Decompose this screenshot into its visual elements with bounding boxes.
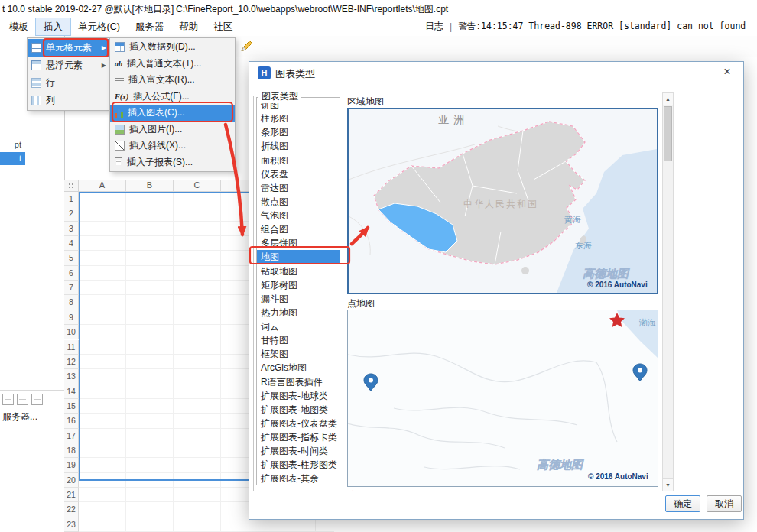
panel-toolbar — [0, 390, 64, 408]
row-header[interactable]: 22 — [64, 502, 79, 517]
menu-help[interactable]: 帮助 — [171, 18, 206, 35]
server-node[interactable]: 服务器... — [2, 410, 37, 423]
chart-type-item[interactable]: 扩展图表-地图类 — [257, 403, 340, 417]
panel-icon-3[interactable] — [31, 394, 43, 405]
preview-scrollbar[interactable]: ▲ ▼ — [662, 92, 674, 491]
menu-item-column[interactable]: 列 — [28, 92, 109, 109]
tree-item[interactable]: t — [0, 152, 25, 165]
menu-item-cell-elements[interactable]: 单元格元素▶ — [28, 39, 109, 57]
ok-button[interactable]: 确定 — [665, 495, 700, 512]
row-header[interactable]: 12 — [64, 355, 79, 369]
menu-cell[interactable]: 单元格(C) — [70, 18, 128, 35]
menu-item-insert-chart[interactable]: 插入图表(C)... — [110, 105, 235, 122]
region-map-preview[interactable]: 亚洲 中华人民共和国 黄海 东海 高德地图 © 2016 AutoNavi — [347, 108, 658, 294]
chart-type-item[interactable]: 扩展图表-时间类 — [257, 444, 340, 458]
chart-type-item[interactable]: 散点图 — [257, 195, 340, 209]
chart-type-item[interactable]: 雷达图 — [257, 181, 340, 195]
chart-type-item[interactable]: 仪表盘 — [257, 167, 340, 181]
chart-type-item[interactable]: 扩展图表-其余 — [257, 472, 340, 485]
chart-type-item[interactable]: 组合图 — [257, 222, 340, 236]
row-header[interactable]: 14 — [64, 384, 79, 399]
row-header[interactable]: 7 — [64, 281, 79, 295]
column-header-a[interactable]: A — [79, 180, 126, 192]
row-header[interactable]: 6 — [64, 266, 79, 281]
dialog-title-bar[interactable]: H 图表类型 × — [249, 62, 743, 83]
chart-type-item[interactable]: 矩形树图 — [257, 278, 340, 292]
sheet-corner[interactable] — [64, 180, 79, 192]
menu-item-insert-rich-text[interactable]: 插入富文本(R)... — [110, 72, 235, 89]
menu-item-label: 插入数据列(D)... — [129, 41, 196, 54]
panel-icon-2[interactable] — [17, 394, 28, 405]
chart-type-item[interactable]: 扩展图表-仪表盘类 — [257, 417, 340, 430]
menu-item-insert-slash[interactable]: 插入斜线(X)... — [110, 138, 235, 154]
cell-element-menu: 插入数据列(D)...ab插入普通文本(T)...插入富文本(R)...F(x)… — [109, 37, 236, 172]
row-header[interactable]: 2 — [64, 206, 79, 221]
chart-type-item[interactable]: R语言图表插件 — [257, 375, 340, 389]
row-header[interactable]: 15 — [64, 399, 79, 414]
row-header[interactable]: 17 — [64, 429, 79, 443]
scroll-up-icon[interactable]: ▲ — [663, 93, 673, 105]
row-header[interactable]: 19 — [64, 458, 79, 472]
row-header[interactable]: 1 — [64, 192, 79, 206]
chart-type-item[interactable]: 多层饼图 — [257, 236, 340, 250]
chart-type-item[interactable]: 扩展图表-指标卡类 — [257, 430, 340, 444]
menu-item-row[interactable]: 行 — [28, 74, 109, 92]
file-path: C:\FineReport_10.0\webapps\webroot\WEB-I… — [176, 3, 448, 16]
map-label-sea1: 黄海 — [564, 215, 581, 224]
menu-item-insert-subreport[interactable]: 插入子报表(S)... — [110, 154, 235, 171]
menu-insert[interactable]: 插入 — [36, 18, 70, 35]
point-map-preview[interactable]: 渤海 高德地图 © 2016 AutoNavi — [347, 310, 658, 487]
row-header[interactable]: 9 — [64, 310, 79, 325]
row-header[interactable]: 18 — [64, 443, 79, 458]
menu-server[interactable]: 服务器 — [128, 18, 172, 35]
chart-type-item[interactable]: 地图 — [257, 250, 340, 264]
chart-type-item[interactable]: 扩展图表-地球类 — [257, 389, 340, 403]
menu-template[interactable]: 模板 — [2, 18, 36, 35]
chart-type-item[interactable]: 热力地图 — [257, 306, 340, 320]
tree-item[interactable]: pt — [0, 138, 25, 151]
row-header[interactable]: 23 — [64, 517, 79, 532]
row-header[interactable]: 20 — [64, 473, 79, 488]
row-header[interactable]: 8 — [64, 295, 79, 310]
row-header[interactable]: 16 — [64, 414, 79, 428]
log-button[interactable]: 日志 — [425, 20, 443, 33]
row-header[interactable]: 3 — [64, 222, 79, 236]
chart-type-item[interactable]: 气泡图 — [257, 209, 340, 222]
dialog-title: 图表类型 — [275, 67, 315, 81]
row-header[interactable]: 5 — [64, 251, 79, 265]
close-icon[interactable]: × — [720, 65, 734, 79]
menu-item-label: 插入普通文本(T)... — [127, 57, 201, 70]
chart-type-item[interactable]: 柱形图 — [257, 112, 340, 125]
menu-item-insert-image[interactable]: 插入图片(I)... — [110, 122, 235, 138]
panel-icon-1[interactable] — [2, 394, 14, 405]
menu-item-insert-data-column[interactable]: 插入数据列(D)... — [110, 39, 235, 56]
menu-community[interactable]: 社区 — [206, 18, 240, 35]
column-header-b[interactable]: B — [126, 180, 174, 192]
chart-type-item[interactable]: 漏斗图 — [257, 292, 340, 306]
cancel-button[interactable]: 取消 — [707, 495, 742, 512]
row-header[interactable]: 11 — [64, 340, 79, 355]
chart-type-list: 饼图柱形图条形图折线图面积图仪表盘雷达图散点图气泡图组合图多层饼图地图钻取地图矩… — [256, 97, 340, 485]
chart-type-item[interactable]: 折线图 — [257, 139, 340, 153]
row-header[interactable]: 4 — [64, 236, 79, 251]
column-icon — [31, 96, 41, 105]
scroll-down-icon[interactable]: ▼ — [663, 478, 673, 491]
chart-type-item[interactable]: 扩展图表-柱形图类 — [257, 458, 340, 472]
scroll-thumb[interactable] — [664, 106, 672, 161]
column-header-c[interactable]: C — [174, 180, 221, 192]
chart-type-item[interactable]: 甘特图 — [257, 333, 340, 347]
chart-type-item[interactable]: 面积图 — [257, 154, 340, 167]
row-header[interactable]: 10 — [64, 325, 79, 339]
pencil-icon[interactable] — [239, 37, 255, 57]
chart-type-item[interactable]: 条形图 — [257, 125, 340, 139]
map-copyright: © 2016 AutoNavi — [587, 281, 648, 289]
chart-type-item[interactable]: 钻取地图 — [257, 264, 340, 278]
menu-item-insert-text[interactable]: ab插入普通文本(T)... — [110, 56, 235, 73]
menu-item-float-elements[interactable]: 悬浮元素▶ — [28, 57, 109, 74]
chart-type-item[interactable]: 词云 — [257, 320, 340, 333]
menu-item-insert-formula[interactable]: F(x)插入公式(F)... — [110, 89, 235, 105]
row-header[interactable]: 13 — [64, 369, 79, 384]
chart-type-item[interactable]: ArcGis地图 — [257, 361, 340, 375]
row-header[interactable]: 21 — [64, 488, 79, 502]
chart-type-item[interactable]: 框架图 — [257, 347, 340, 361]
